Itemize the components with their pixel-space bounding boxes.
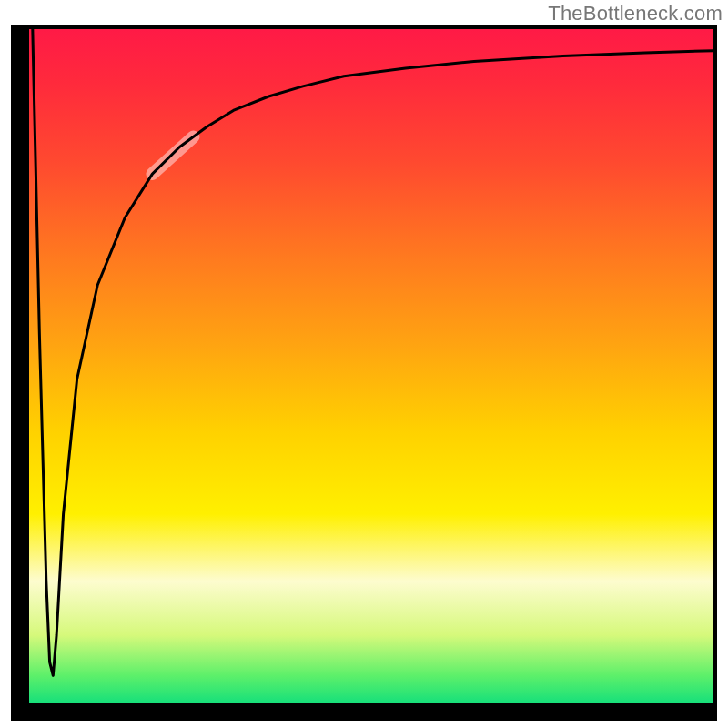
chart-container [11,25,717,721]
curve-highlight [152,136,193,174]
plot-area [29,29,713,703]
curve-svg [29,29,713,703]
bottleneck-curve [33,29,713,675]
attribution-text: TheBottleneck.com [548,2,723,25]
plot-frame [11,25,717,721]
